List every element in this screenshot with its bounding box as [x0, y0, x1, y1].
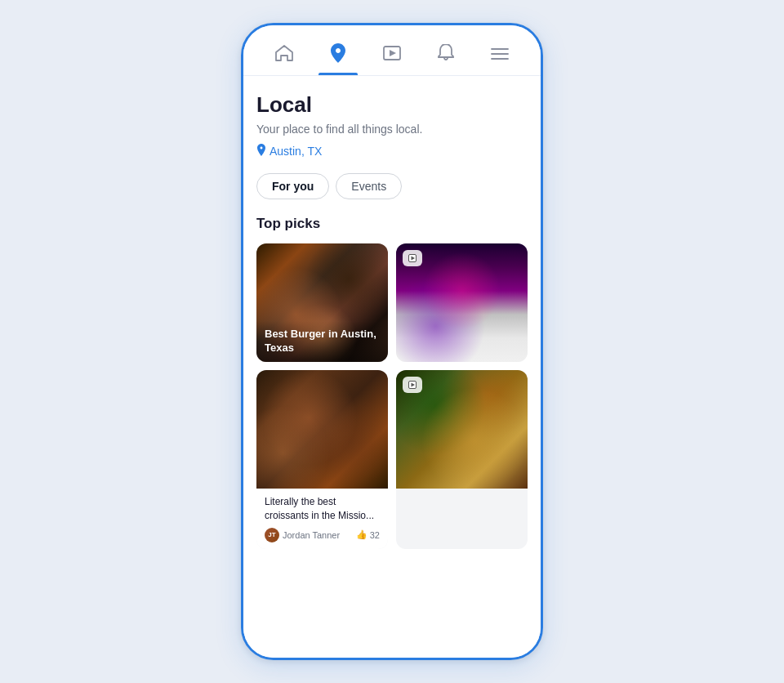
location-pin-icon: [256, 144, 266, 158]
card-info-croissant: Literally the best croissants in the Mis…: [256, 489, 388, 549]
pick-card-burger[interactable]: Best Burger in Austin, Texas: [256, 243, 388, 362]
like-count: 32: [370, 530, 380, 540]
content-area: Local Your place to find all things loca…: [243, 76, 541, 658]
picks-grid: Best Burger in Austin, Texas: [256, 243, 528, 549]
tabs-container: For you Events: [256, 173, 528, 199]
svg-marker-1: [390, 50, 396, 56]
location-row[interactable]: Austin, TX: [256, 144, 528, 158]
card-image-sandwich: [396, 370, 528, 489]
card-meta-croissant: JT Jordan Tanner 👍 32: [265, 528, 380, 542]
location-text: Austin, TX: [270, 145, 322, 158]
location-icon: [330, 43, 346, 65]
card-image-fashion: [396, 243, 528, 362]
bell-icon: [438, 44, 454, 65]
section-title: Top picks: [256, 216, 528, 232]
page-subtitle: Your place to find all things local.: [256, 123, 528, 136]
card-text-croissant: Literally the best croissants in the Mis…: [265, 495, 380, 523]
nav-local[interactable]: [318, 37, 358, 75]
card-author-croissant: JT Jordan Tanner: [265, 528, 340, 542]
card-likes: 👍 32: [356, 529, 380, 540]
author-avatar: JT: [265, 528, 279, 542]
author-name: Jordan Tanner: [283, 530, 340, 540]
card-image-food: [256, 370, 388, 489]
hamburger-menu-icon: [491, 47, 509, 63]
home-icon: [275, 45, 293, 64]
video-badge-fashion: [403, 250, 422, 266]
nav-notifications[interactable]: [426, 38, 466, 74]
thumbsup-icon: 👍: [356, 529, 368, 540]
pick-card-croissant[interactable]: Literally the best croissants in the Mis…: [256, 370, 388, 549]
tab-events[interactable]: Events: [336, 173, 402, 199]
pick-card-sandwich[interactable]: [396, 370, 528, 549]
tab-for-you[interactable]: For you: [256, 173, 329, 199]
nav-bar: [243, 25, 541, 76]
card-image-burger: Best Burger in Austin, Texas: [256, 243, 388, 362]
video-nav-icon: [383, 46, 401, 63]
burger-caption: Best Burger in Austin, Texas: [256, 321, 388, 362]
phone-frame: Local Your place to find all things loca…: [241, 23, 543, 660]
nav-home[interactable]: [264, 38, 305, 74]
nav-video[interactable]: [372, 39, 412, 73]
nav-menu[interactable]: [479, 40, 520, 73]
video-badge-sandwich: [403, 377, 422, 393]
page-title: Local: [256, 92, 528, 118]
pick-card-fashion[interactable]: [396, 243, 528, 362]
